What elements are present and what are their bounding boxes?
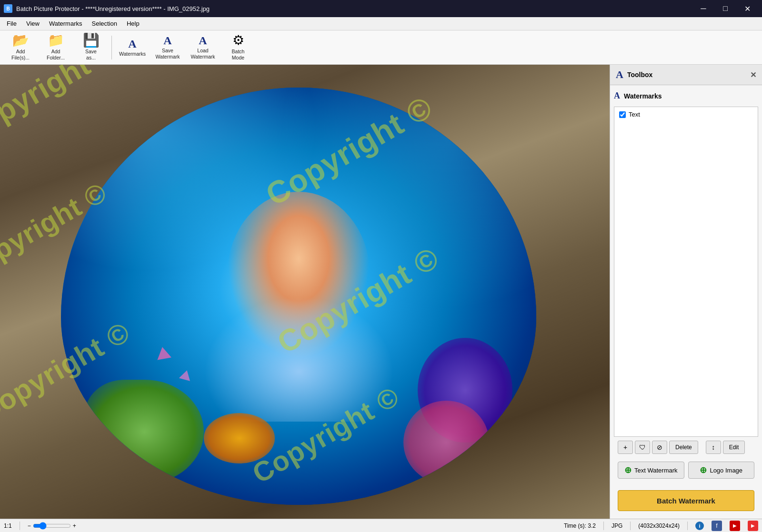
batch-watermark-section: Batch Watermark bbox=[610, 486, 762, 519]
save-watermark-button[interactable]: A SaveWatermark bbox=[151, 33, 184, 62]
title-controls: ─ □ ✕ bbox=[692, 0, 758, 17]
maximize-button[interactable]: □ bbox=[714, 0, 736, 17]
delete-button[interactable]: Delete bbox=[669, 441, 698, 454]
format-label: JPG bbox=[612, 522, 622, 529]
add-folder-button[interactable]: 📁 AddFolder... bbox=[39, 33, 72, 62]
menu-bar: File View Watermarks Selection Help bbox=[0, 17, 762, 30]
status-sep-2 bbox=[603, 522, 604, 530]
toolbox-header: A Toolbox ✕ bbox=[610, 65, 762, 85]
time-section: Time (s): 3.2 bbox=[564, 522, 596, 529]
toolbox-icon: A bbox=[616, 69, 623, 81]
dimensions-label: (4032x3024x24) bbox=[638, 522, 680, 529]
time-label: Time (s): 3.2 bbox=[564, 522, 596, 529]
toolbox-title-row: A Toolbox bbox=[616, 69, 652, 81]
menu-help[interactable]: Help bbox=[122, 18, 144, 29]
add-files-label: AddFile(s)... bbox=[11, 49, 30, 60]
add-logo-image-icon: ⊕ bbox=[700, 465, 707, 475]
status-bar: 1:1 − + Time (s): 3.2 JPG (4032x3024x24)… bbox=[0, 519, 762, 532]
image-circle bbox=[61, 88, 536, 505]
minimize-button[interactable]: ─ bbox=[692, 0, 714, 17]
title-bar: B Batch Picture Protector - ****Unregist… bbox=[0, 0, 762, 17]
watermarks-header: A Watermarks bbox=[614, 89, 758, 103]
batch-mode-label: BatchMode bbox=[232, 49, 245, 60]
watermarks-button[interactable]: A Watermarks bbox=[116, 33, 149, 62]
action-disable-button[interactable]: ⊘ bbox=[652, 441, 667, 454]
zoom-controls: − + bbox=[28, 522, 76, 530]
save-as-label: Saveas... bbox=[85, 49, 97, 60]
zoom-in-icon: + bbox=[73, 522, 76, 529]
add-logo-image-button[interactable]: ⊕ Logo Image bbox=[688, 462, 755, 479]
load-watermark-label: LoadWatermark bbox=[191, 48, 215, 59]
menu-view[interactable]: View bbox=[21, 18, 44, 29]
watermark-text-checkbox[interactable] bbox=[619, 111, 626, 118]
add-files-icon: 📂 bbox=[12, 34, 29, 47]
twitter-icon[interactable]: ▶ bbox=[730, 521, 740, 531]
toolbar-separator-1 bbox=[111, 36, 112, 59]
toolbox-close-button[interactable]: ✕ bbox=[750, 70, 756, 79]
add-text-watermark-icon: ⊕ bbox=[624, 465, 632, 475]
zoom-out-icon: − bbox=[28, 522, 31, 529]
add-files-button[interactable]: 📂 AddFile(s)... bbox=[4, 33, 37, 62]
status-sep-1 bbox=[20, 522, 20, 530]
zoom-slider[interactable] bbox=[33, 522, 71, 530]
watermarks-section-title: Watermarks bbox=[624, 92, 662, 100]
menu-file[interactable]: File bbox=[2, 18, 21, 29]
add-folder-label: AddFolder... bbox=[47, 49, 65, 60]
facebook-icon[interactable]: f bbox=[712, 521, 722, 531]
watermark-text-label: Text bbox=[629, 111, 640, 118]
load-watermark-button[interactable]: A LoadWatermark bbox=[186, 33, 220, 62]
image-area: Copyright © Copyright © Copyright © Copy… bbox=[0, 65, 610, 519]
load-watermark-icon: A bbox=[199, 35, 207, 46]
watermarks-label: Watermarks bbox=[119, 51, 146, 57]
save-as-icon: 💾 bbox=[83, 34, 100, 47]
add-watermark-row: ⊕ Text Watermark ⊕ Logo Image bbox=[614, 458, 758, 483]
close-button[interactable]: ✕ bbox=[736, 0, 758, 17]
info-icon[interactable]: i bbox=[695, 522, 704, 530]
status-sep-3 bbox=[630, 522, 631, 530]
toolbox-actions: + 🛡 ⊘ Delete ↕ Edit bbox=[614, 441, 758, 454]
action-shield-button[interactable]: 🛡 bbox=[635, 441, 650, 454]
add-text-watermark-button[interactable]: ⊕ Text Watermark bbox=[618, 462, 684, 479]
format-section: JPG bbox=[612, 522, 622, 529]
edit-button[interactable]: Edit bbox=[723, 441, 745, 454]
toolbox-panel: A Toolbox ✕ A Watermarks Text + 🛡 ⊘ Dele… bbox=[610, 65, 762, 519]
watermarks-list: Text bbox=[614, 107, 758, 437]
title-bar-left: B Batch Picture Protector - ****Unregist… bbox=[4, 4, 210, 13]
add-folder-icon: 📁 bbox=[48, 34, 64, 47]
action-add-button[interactable]: + bbox=[618, 441, 633, 454]
save-as-button[interactable]: 💾 Saveas... bbox=[74, 33, 108, 62]
watermarks-section: A Watermarks Text + 🛡 ⊘ Delete ↕ Edit bbox=[610, 85, 762, 486]
dimensions-section: (4032x3024x24) bbox=[638, 522, 680, 529]
batch-mode-icon: ⚙ bbox=[232, 34, 244, 47]
zoom-level-section: 1:1 bbox=[4, 522, 12, 529]
action-arrow-button[interactable]: ↕ bbox=[706, 441, 721, 454]
main-area: Copyright © Copyright © Copyright © Copy… bbox=[0, 65, 762, 519]
batch-watermark-button[interactable]: Batch Watermark bbox=[618, 490, 754, 511]
youtube-icon[interactable]: ▶ bbox=[748, 521, 758, 531]
menu-watermarks[interactable]: Watermarks bbox=[44, 18, 87, 29]
add-logo-image-label: Logo Image bbox=[710, 467, 742, 474]
watermarks-icon: A bbox=[128, 38, 136, 49]
menu-selection[interactable]: Selection bbox=[87, 18, 121, 29]
title-text: Batch Picture Protector - ****Unregister… bbox=[16, 5, 210, 12]
watermarks-section-icon: A bbox=[614, 91, 620, 101]
save-watermark-label: SaveWatermark bbox=[156, 48, 180, 59]
toolbox-title: Toolbox bbox=[627, 71, 652, 79]
status-sep-4 bbox=[687, 522, 688, 530]
zoom-level-label: 1:1 bbox=[4, 522, 12, 529]
watermark-list-item-text[interactable]: Text bbox=[616, 109, 756, 120]
add-text-watermark-label: Text Watermark bbox=[634, 467, 678, 474]
batch-mode-button[interactable]: ⚙ BatchMode bbox=[221, 33, 255, 62]
save-watermark-icon: A bbox=[163, 35, 171, 46]
toolbar: 📂 AddFile(s)... 📁 AddFolder... 💾 Saveas.… bbox=[0, 30, 762, 65]
app-icon: B bbox=[4, 4, 12, 13]
image-background: Copyright © Copyright © Copyright © Copy… bbox=[0, 65, 610, 519]
